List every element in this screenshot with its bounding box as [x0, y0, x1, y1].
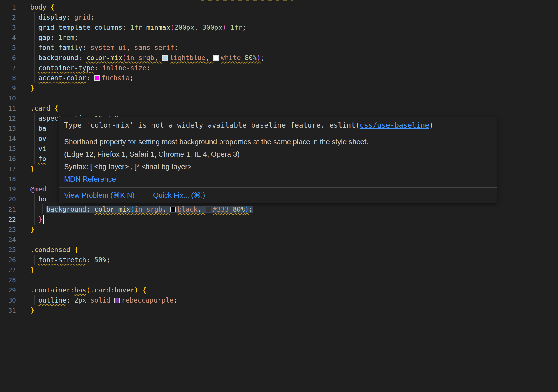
color-swatch[interactable]	[206, 207, 211, 212]
code-token: }	[30, 84, 34, 92]
code-token: ;	[249, 206, 253, 213]
line-content[interactable]	[16, 235, 558, 245]
line-number: 15	[0, 144, 16, 154]
doc-section: Shorthand property for setting most back…	[59, 133, 497, 187]
code-line[interactable]: 9}	[0, 83, 558, 93]
indent-guide	[34, 124, 35, 134]
code-token: lightblue	[170, 54, 206, 61]
code-token: :	[86, 74, 94, 82]
line-content[interactable]: }	[16, 225, 558, 235]
line-content[interactable]: display: grid;	[16, 12, 558, 23]
code-line[interactable]: 2 display: grid;	[0, 12, 558, 23]
line-content[interactable]: }	[16, 305, 558, 316]
code-token: :	[70, 286, 74, 294]
code-token: black	[178, 206, 198, 213]
code-token: rebeccapurple	[122, 296, 174, 304]
code-token: }	[38, 216, 42, 223]
code-line[interactable]: 5 font-family: system-ui, sans-serif;	[0, 43, 558, 53]
indent-guide	[34, 144, 35, 154]
line-content[interactable]: }	[16, 265, 558, 275]
line-content[interactable]: body {	[16, 2, 558, 12]
color-swatch[interactable]	[162, 55, 168, 61]
line-number: 10	[0, 93, 16, 103]
code-line[interactable]: 23}	[0, 225, 558, 235]
line-content[interactable]: }	[16, 214, 558, 225]
code-line[interactable]: 31}	[0, 305, 558, 316]
line-number: 27	[0, 265, 16, 275]
line-content[interactable]: .condensed {	[16, 245, 558, 255]
code-token: bo	[38, 195, 46, 203]
line-number: 24	[0, 235, 16, 245]
code-token: ,	[126, 44, 134, 51]
color-swatch[interactable]	[213, 55, 219, 61]
code-token: fuchsia	[102, 74, 130, 82]
code-line[interactable]: 7 container-type: inline-size;	[0, 63, 558, 73]
code-line[interactable]: 26 font-stretch: 50%;	[0, 255, 558, 265]
line-number: 11	[0, 103, 16, 113]
code-line[interactable]: 28	[0, 275, 558, 285]
code-token: accent-color	[38, 74, 86, 82]
code-token: {	[74, 246, 78, 253]
line-content[interactable]: }	[16, 83, 558, 93]
line-number: 6	[0, 53, 16, 63]
line-number: 4	[0, 33, 16, 43]
mdn-reference-link[interactable]: MDN Reference	[64, 175, 116, 183]
indent-guide	[34, 134, 35, 144]
line-number: 25	[0, 245, 16, 255]
line-content[interactable]: font-stretch: 50%;	[16, 255, 558, 265]
view-problem-action[interactable]: View Problem (⌘K N)	[64, 191, 135, 200]
indent-guide	[34, 33, 35, 43]
code-line[interactable]: 4 gap: 1rem;	[0, 33, 558, 43]
code-line[interactable]: 3 grid-template-columns: 1fr minmax(200p…	[0, 23, 558, 33]
eslint-rule-link[interactable]: css/use-baseline	[360, 121, 429, 129]
line-number: 22	[0, 214, 16, 225]
code-token: font-stretch	[38, 256, 86, 264]
line-content[interactable]: .container:has(.card:hover) {	[16, 285, 558, 295]
code-token: background	[46, 206, 86, 213]
code-line[interactable]: 30 outline: 2px solid rebeccapurple;	[0, 295, 558, 305]
line-content[interactable]: background: color-mix(in srgb, lightblue…	[16, 53, 558, 63]
code-line[interactable]: 11.card {	[0, 103, 558, 113]
line-content[interactable]: container-type: inline-size;	[16, 63, 558, 73]
line-content[interactable]	[16, 275, 558, 285]
code-line[interactable]: 8 accent-color: fuchsia;	[0, 73, 558, 83]
color-swatch[interactable]	[170, 207, 176, 212]
line-content[interactable]: outline: 2px solid rebeccapurple;	[16, 295, 558, 305]
code-token: )	[257, 54, 261, 61]
line-content[interactable]: font-family: system-ui, sans-serif;	[16, 43, 558, 53]
code-token: color-mix	[94, 206, 131, 213]
code-line[interactable]: 10	[0, 93, 558, 103]
line-content[interactable]: .card {	[16, 103, 558, 113]
code-token: container-type	[38, 64, 94, 72]
code-line[interactable]: 6 background: color-mix(in srgb, lightbl…	[0, 53, 558, 63]
line-number: 9	[0, 83, 16, 93]
line-content[interactable]: grid-template-columns: 1fr minmax(200px,…	[16, 23, 558, 33]
text-cursor	[43, 215, 44, 224]
line-content[interactable]: accent-color: fuchsia;	[16, 73, 558, 83]
code-line[interactable]: 21 background: color-mix(in srgb, black,…	[0, 204, 558, 214]
code-token: )	[222, 24, 226, 31]
code-line[interactable]: 25.condensed {	[0, 245, 558, 255]
code-line[interactable]: 24	[0, 235, 558, 245]
line-number: 23	[0, 225, 16, 235]
line-content[interactable]: gap: 1rem;	[16, 33, 558, 43]
diagnostic-source-close: )	[429, 121, 434, 129]
code-token: :	[122, 24, 131, 31]
code-line[interactable]: 22 }	[0, 214, 558, 225]
color-swatch[interactable]	[114, 298, 120, 303]
indent-guide	[34, 113, 35, 124]
code-token: :	[66, 14, 75, 21]
indent-guide	[34, 73, 35, 83]
line-number: 12	[0, 113, 16, 124]
color-swatch[interactable]	[94, 75, 100, 81]
code-token: font-family	[38, 44, 82, 51]
code-line[interactable]: 29.container:has(.card:hover) {	[0, 285, 558, 295]
code-line[interactable]: 1body {	[0, 2, 558, 12]
indent-guide	[34, 63, 35, 73]
line-content[interactable]: background: color-mix(in srgb, black, #3…	[16, 204, 558, 214]
line-content[interactable]	[16, 93, 558, 103]
code-token: color-mix	[86, 54, 122, 61]
quick-fix-action[interactable]: Quick Fix... (⌘.)	[153, 191, 205, 200]
code-token: solid	[90, 296, 114, 304]
code-line[interactable]: 27}	[0, 265, 558, 275]
